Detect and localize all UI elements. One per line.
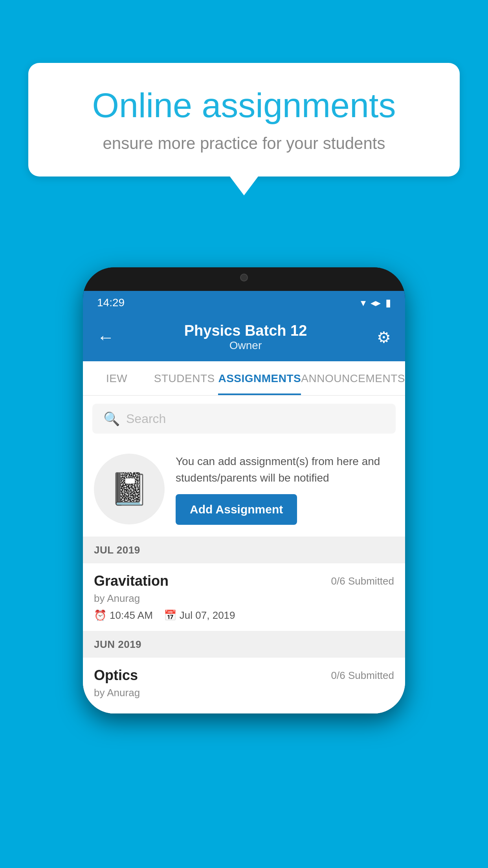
- section-header-jul-2019: JUL 2019: [83, 537, 405, 563]
- assignment-name-optics: Optics: [94, 667, 138, 684]
- assignment-name: Gravitation: [94, 573, 169, 589]
- header-title: Physics Batch 12: [184, 322, 307, 339]
- assignment-row-top: Gravitation 0/6 Submitted: [94, 573, 394, 589]
- phone-outer: 14:29 ▾ ◂▸ ▮ ← Physics Batch 12 Owner ⚙ …: [83, 267, 405, 714]
- phone-screen: 🔍 Search 📓 You can add assignment(s) fro…: [83, 396, 405, 714]
- calendar-icon: 📅: [164, 609, 176, 622]
- header-subtitle: Owner: [184, 339, 307, 352]
- assignment-notebook-icon: 📓: [110, 471, 149, 508]
- app-header: ← Physics Batch 12 Owner ⚙: [83, 314, 405, 361]
- assignment-item-optics[interactable]: Optics 0/6 Submitted by Anurag: [83, 658, 405, 714]
- add-assignment-button[interactable]: Add Assignment: [176, 494, 297, 525]
- bubble-subtitle: ensure more practice for your students: [56, 134, 432, 153]
- assignment-date: Jul 07, 2019: [180, 609, 235, 622]
- tabs-bar: IEW STUDENTS ASSIGNMENTS ANNOUNCEMENTS: [83, 361, 405, 396]
- tab-students[interactable]: STUDENTS: [150, 361, 218, 395]
- meta-time: ⏰ 10:45 AM: [94, 609, 153, 622]
- status-time: 14:29: [97, 296, 125, 309]
- search-icon: 🔍: [103, 411, 120, 427]
- section-header-jun-2019: JUN 2019: [83, 631, 405, 658]
- phone-notch: [213, 267, 275, 288]
- status-icons: ▾ ◂▸ ▮: [361, 297, 391, 309]
- phone-top-bar: [83, 267, 405, 291]
- search-placeholder: Search: [126, 412, 166, 426]
- phone-container: 14:29 ▾ ◂▸ ▮ ← Physics Batch 12 Owner ⚙ …: [83, 267, 405, 714]
- speech-bubble-wrapper: Online assignments ensure more practice …: [28, 63, 460, 195]
- tab-iew[interactable]: IEW: [83, 361, 150, 395]
- assignment-submitted: 0/6 Submitted: [331, 575, 394, 587]
- tab-announcements[interactable]: ANNOUNCEMENTS: [301, 361, 405, 395]
- bubble-title: Online assignments: [56, 86, 432, 125]
- speech-bubble: Online assignments ensure more practice …: [28, 63, 460, 177]
- search-container: 🔍 Search: [83, 396, 405, 441]
- assignment-submitted-optics: 0/6 Submitted: [331, 669, 394, 682]
- add-assignment-promo: 📓 You can add assignment(s) from here an…: [83, 441, 405, 537]
- phone-camera: [240, 274, 248, 281]
- header-center: Physics Batch 12 Owner: [184, 322, 307, 352]
- status-bar: 14:29 ▾ ◂▸ ▮: [83, 291, 405, 314]
- battery-icon: ▮: [385, 297, 391, 309]
- assignment-by: by Anurag: [94, 592, 394, 605]
- assignment-meta: ⏰ 10:45 AM 📅 Jul 07, 2019: [94, 609, 394, 622]
- signal-icon: ◂▸: [371, 297, 381, 309]
- wifi-icon: ▾: [361, 297, 366, 309]
- assignment-item-gravitation[interactable]: Gravitation 0/6 Submitted by Anurag ⏰ 10…: [83, 563, 405, 631]
- assignment-row-top-optics: Optics 0/6 Submitted: [94, 667, 394, 684]
- assignment-time: 10:45 AM: [110, 609, 153, 622]
- search-bar[interactable]: 🔍 Search: [92, 404, 396, 434]
- promo-right: You can add assignment(s) from here and …: [176, 453, 394, 525]
- assignment-by-optics: by Anurag: [94, 687, 394, 699]
- meta-date: 📅 Jul 07, 2019: [164, 609, 235, 622]
- settings-icon[interactable]: ⚙: [377, 328, 391, 346]
- assignment-icon-circle: 📓: [94, 454, 165, 524]
- speech-bubble-arrow: [230, 177, 258, 195]
- promo-text: You can add assignment(s) from here and …: [176, 453, 394, 486]
- tab-assignments[interactable]: ASSIGNMENTS: [218, 361, 301, 395]
- back-button[interactable]: ←: [97, 327, 114, 347]
- clock-icon: ⏰: [94, 609, 106, 622]
